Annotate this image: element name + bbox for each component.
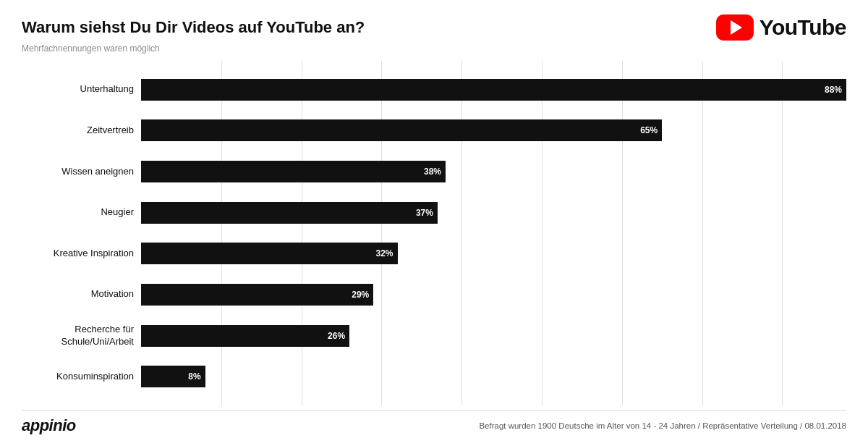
brand-logo: appinio: [22, 416, 76, 435]
bar-fill: 29%: [141, 284, 373, 306]
main-title: Warum siehst Du Dir Videos auf YouTube a…: [22, 18, 365, 37]
bar-row: Wissen aneignen38%: [22, 159, 846, 184]
bar-row: Kreative Inspiration32%: [22, 241, 846, 266]
chart-footer: appinio Befragt wurden 1900 Deutsche im …: [22, 410, 846, 435]
bar-row: Unterhaltung88%: [22, 77, 846, 102]
bar-row: Recherche fürSchule/Uni/Arbeit26%: [22, 324, 846, 348]
bar-fill: 88%: [141, 79, 846, 101]
chart-header: Warum siehst Du Dir Videos auf YouTube a…: [22, 14, 846, 41]
bar-row: Konsuminspiration8%: [22, 364, 846, 389]
bar-fill: 37%: [141, 202, 438, 224]
page-container: Warum siehst Du Dir Videos auf YouTube a…: [0, 0, 868, 446]
bar-label: Konsuminspiration: [22, 371, 141, 383]
bar-value-label: 65%: [640, 125, 662, 135]
bar-fill: 32%: [141, 243, 398, 264]
youtube-logo: YouTube: [716, 14, 846, 41]
chart-subtitle: Mehrfachnennungen waren möglich: [22, 43, 846, 54]
bar-value-label: 26%: [328, 331, 349, 341]
bar-value-label: 29%: [352, 290, 373, 300]
bar-label: Zeitvertreib: [22, 125, 141, 137]
youtube-play-icon: [716, 14, 754, 41]
footer-note: Befragt wurden 1900 Deutsche im Alter vo…: [479, 421, 846, 430]
bar-label: Wissen aneignen: [22, 166, 141, 178]
bar-track: 29%: [141, 284, 846, 306]
bar-label: Neugier: [22, 206, 141, 219]
bar-label: Motivation: [22, 288, 141, 300]
bar-fill: 8%: [141, 366, 205, 387]
bar-label: Recherche fürSchule/Uni/Arbeit: [22, 324, 141, 348]
bar-track: 38%: [141, 161, 846, 182]
bar-fill: 26%: [141, 325, 349, 347]
bar-chart: Unterhaltung88%Zeitvertreib65%Wissen ane…: [22, 61, 846, 405]
bar-track: 37%: [141, 202, 846, 224]
chart-wrapper: Unterhaltung88%Zeitvertreib65%Wissen ane…: [22, 61, 846, 405]
bar-value-label: 8%: [188, 371, 205, 382]
bar-row: Zeitvertreib65%: [22, 118, 846, 143]
bar-row: Neugier37%: [22, 201, 846, 225]
bar-track: 26%: [141, 325, 846, 347]
bar-fill: 38%: [141, 161, 446, 182]
bar-row: Motivation29%: [22, 282, 846, 307]
bar-track: 8%: [141, 366, 846, 387]
bar-label: Kreative Inspiration: [22, 248, 141, 260]
chart-title: Warum siehst Du Dir Videos auf YouTube a…: [22, 18, 365, 37]
bar-fill: 65%: [141, 119, 662, 141]
bar-value-label: 88%: [825, 85, 846, 95]
bar-value-label: 37%: [416, 208, 438, 218]
bar-value-label: 38%: [424, 167, 446, 177]
bar-track: 88%: [141, 79, 846, 101]
bar-track: 65%: [141, 119, 846, 141]
bar-label: Unterhaltung: [22, 83, 141, 96]
bar-value-label: 32%: [376, 248, 398, 258]
bar-track: 32%: [141, 243, 846, 264]
youtube-wordmark: YouTube: [760, 15, 846, 40]
